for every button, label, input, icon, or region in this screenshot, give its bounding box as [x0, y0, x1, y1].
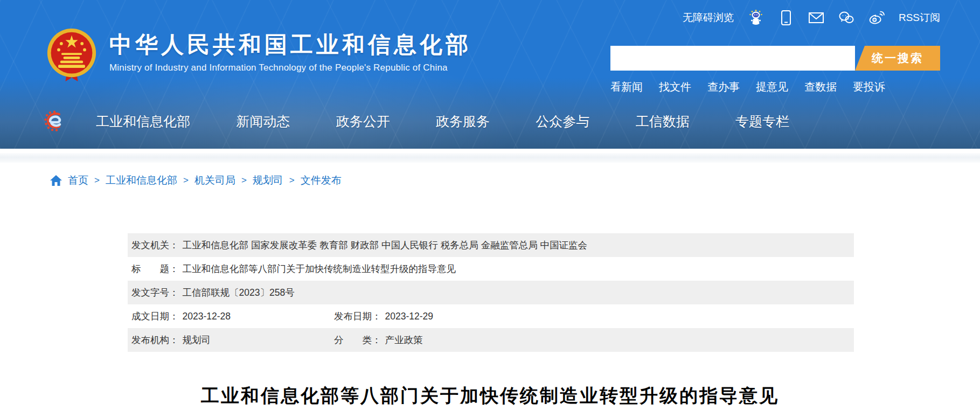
field-label: 标 题：	[131, 262, 179, 275]
publish-date-cell: 发布日期： 2023-12-29	[334, 304, 433, 328]
table-row-issuing-agency: 发文机关： 工业和信息化部 国家发展改革委 教育部 财政部 中国人民银行 税务总…	[128, 233, 854, 257]
field-value: 2023-12-29	[385, 311, 434, 322]
mobile-icon[interactable]	[778, 10, 794, 26]
nav-item-gov-services[interactable]: 政务服务	[436, 113, 490, 130]
quick-links: 看新闻 找文件 查办事 提意见 查数据 要投诉	[610, 80, 940, 94]
search-block: 统一搜索 看新闻 找文件 查办事 提意见 查数据 要投诉	[610, 46, 940, 94]
utility-bar: 无障碍浏览	[683, 10, 940, 26]
field-value: 工业和信息化部等八部门关于加快传统制造业转型升级的指导意见	[183, 262, 456, 275]
breadcrumb-separator: >	[241, 175, 247, 186]
field-value: 工信部联规〔2023〕258号	[183, 286, 295, 299]
breadcrumb-separator: >	[183, 175, 189, 186]
home-icon[interactable]	[50, 175, 62, 186]
field-value: 2023-12-28	[183, 311, 231, 322]
main-nav: 工业和信息化部 新闻动态 政务公开 政务服务 公众参与 工信数据 专题专栏	[43, 106, 789, 137]
field-value: 产业政策	[385, 333, 423, 346]
issuing-agency-cell: 发文机关： 工业和信息化部 国家发展改革委 教育部 财政部 中国人民银行 税务总…	[131, 239, 587, 252]
article-title: 工业和信息化部等八部门关于加快传统制造业转型升级的指导意见	[0, 384, 980, 408]
table-row-doc-number: 发文字号： 工信部联规〔2023〕258号	[128, 281, 854, 304]
field-label: 发文机关：	[131, 239, 179, 252]
quick-link-documents[interactable]: 找文件	[659, 80, 691, 94]
header-shadow-band	[0, 153, 980, 163]
document-info-table: 发文机关： 工业和信息化部 国家发展改革委 教育部 财政部 中国人民银行 税务总…	[128, 233, 854, 352]
quick-link-news[interactable]: 看新闻	[610, 80, 643, 94]
field-value: 规划司	[183, 333, 211, 346]
site-title: 中华人民共和国工业和信息化部	[109, 32, 471, 57]
field-value: 工业和信息化部 国家发展改革委 教育部 财政部 中国人民银行 税务总局 金融监管…	[183, 239, 588, 252]
accessibility-link[interactable]: 无障碍浏览	[683, 11, 734, 25]
breadcrumb-document-release[interactable]: 文件发布	[301, 173, 342, 187]
unified-search-button[interactable]: 统一搜索	[855, 46, 940, 71]
category-cell: 分 类： 产业政策	[334, 328, 423, 352]
table-row-dates: 成文日期： 2023-12-28 发布日期： 2023-12-29	[128, 304, 854, 328]
breadcrumb-departments[interactable]: 机关司局	[194, 173, 235, 187]
quick-link-data[interactable]: 查数据	[804, 80, 837, 94]
national-emblem-icon	[46, 28, 98, 82]
nav-item-news[interactable]: 新闻动态	[236, 113, 290, 130]
nav-item-miit[interactable]: 工业和信息化部	[96, 113, 190, 130]
quick-link-services[interactable]: 查办事	[707, 80, 740, 94]
page: 无障碍浏览	[0, 0, 980, 417]
site-header: 无障碍浏览	[0, 0, 980, 149]
field-label: 发布日期：	[334, 310, 381, 323]
nav-item-gov-disclosure[interactable]: 政务公开	[336, 113, 390, 130]
field-label: 发文字号：	[131, 286, 179, 299]
nav-item-miit-data[interactable]: 工信数据	[636, 113, 690, 130]
field-label: 分 类：	[334, 333, 381, 346]
field-label: 成文日期：	[131, 310, 179, 323]
unified-search-input[interactable]	[610, 46, 855, 71]
quick-link-complaints[interactable]: 要投诉	[853, 80, 885, 94]
doc-number-cell: 发文字号： 工信部联规〔2023〕258号	[131, 286, 295, 299]
nav-item-special-topics[interactable]: 专题专栏	[735, 113, 789, 130]
masthead: 中华人民共和国工业和信息化部 Ministry of Industry and …	[46, 28, 471, 82]
breadcrumb-separator: >	[289, 175, 295, 186]
site-subtitle: Ministry of Industry and Information Tec…	[109, 62, 471, 73]
breadcrumb-planning-dept[interactable]: 规划司	[253, 173, 283, 187]
title-cell: 标 题： 工业和信息化部等八部门关于加快传统制造业转型升级的指导意见	[131, 262, 456, 275]
table-row-publisher-category: 发布机构： 规划司 分 类： 产业政策	[128, 328, 854, 352]
site-title-link[interactable]: 中华人民共和国工业和信息化部 Ministry of Industry and …	[109, 28, 471, 73]
breadcrumb-home[interactable]: 首页	[68, 173, 88, 187]
weibo-icon[interactable]	[868, 10, 885, 26]
publisher-cell: 发布机构： 规划司	[131, 333, 211, 346]
wechat-icon[interactable]	[838, 10, 854, 26]
quick-link-suggestions[interactable]: 提意见	[756, 80, 788, 94]
breadcrumb-separator: >	[94, 175, 100, 186]
nav-item-public-participation[interactable]: 公众参与	[536, 113, 589, 130]
miit-e-logo-icon[interactable]	[43, 110, 65, 133]
breadcrumb-miit[interactable]: 工业和信息化部	[106, 173, 177, 187]
breadcrumb: 首页 > 工业和信息化部 > 机关司局 > 规划司 > 文件发布	[50, 173, 342, 187]
accessibility-mascot-icon[interactable]	[748, 10, 764, 26]
mail-icon[interactable]	[808, 10, 824, 26]
field-label: 发布机构：	[131, 333, 179, 346]
table-row-title: 标 题： 工业和信息化部等八部门关于加快传统制造业转型升级的指导意见	[128, 257, 854, 281]
rss-link[interactable]: RSS订阅	[899, 11, 940, 25]
written-date-cell: 成文日期： 2023-12-28	[131, 310, 231, 323]
nav-items: 工业和信息化部 新闻动态 政务公开 政务服务 公众参与 工信数据 专题专栏	[96, 113, 789, 130]
